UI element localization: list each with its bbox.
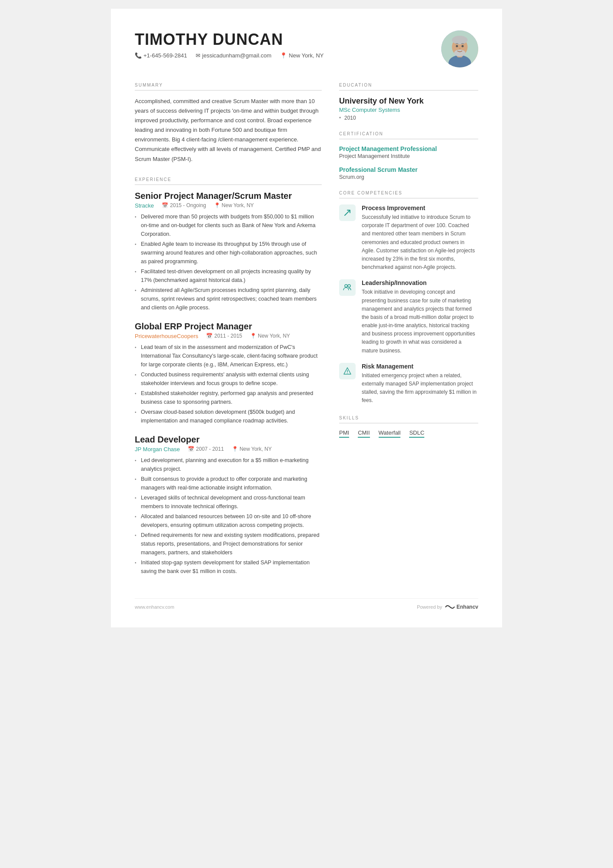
phone-icon: 📞	[135, 52, 142, 59]
degree-name: MSc Computer Systems	[339, 107, 478, 113]
education-divider	[339, 90, 478, 90]
location-0: 📍 New York, NY	[214, 202, 254, 208]
bullet-1-1: Conducted business requirements' analysi…	[135, 370, 322, 388]
pin-icon-1: 📍	[250, 333, 257, 339]
svg-point-4	[452, 36, 468, 44]
svg-point-9	[348, 285, 350, 287]
certification-section: CERTIFICATION Project Management Profess…	[339, 131, 478, 180]
svg-point-12	[347, 373, 348, 374]
leadership-icon	[339, 279, 356, 296]
job-block-2: Lead Developer JP Morgan Chase 📅 2007 - …	[135, 435, 322, 576]
phone-item: 📞 +1-645-569-2841	[135, 52, 187, 59]
company-1: PricewaterhouseCoopers	[135, 333, 198, 339]
location-text: New York, NY	[289, 52, 323, 59]
competency-desc-2: Initiated emergency project when a relat…	[362, 372, 478, 405]
skills-label: SKILLS	[339, 416, 478, 420]
dates-1: 📅 2011 - 2015	[206, 333, 242, 339]
svg-point-8	[345, 285, 347, 287]
competencies-divider	[339, 198, 478, 198]
skill-1: CMII	[358, 429, 370, 438]
company-0: Stracke	[135, 202, 154, 209]
enhancv-logo: Enhancv	[445, 604, 478, 610]
competencies-section: CORE COMPETENCIES Process Improvement Su…	[339, 191, 478, 405]
location-icon: 📍	[280, 52, 287, 59]
footer: www.enhancv.com Powered by Enhancv	[135, 598, 478, 610]
bullet-2-0: Led development, planning and execution …	[135, 456, 322, 473]
competency-2: Risk Management Initiated emergency proj…	[339, 363, 478, 405]
bullet-2-5: Initiated stop-gap system development fo…	[135, 558, 322, 576]
skills-section: SKILLS PMI CMII Waterfall SDLC	[339, 416, 478, 438]
experience-divider	[135, 184, 322, 185]
competencies-label: CORE COMPETENCIES	[339, 191, 478, 195]
skills-row: PMI CMII Waterfall SDLC	[339, 429, 478, 438]
job-block-1: Global ERP Project Manager Pricewaterhou…	[135, 322, 322, 425]
brand-name: Enhancv	[456, 604, 478, 610]
location-2: 📍 New York, NY	[232, 446, 272, 452]
avatar	[441, 30, 478, 67]
bullet-0-1: Enabled Agile team to increase its throu…	[135, 240, 322, 266]
pin-icon-2: 📍	[232, 446, 238, 452]
cert-block-1: Professional Scrum Master Scrum.org	[339, 166, 478, 180]
resume-page: TIMOTHY DUNCAN 📞 +1-645-569-2841 ✉ jessi…	[111, 9, 502, 627]
experience-label: EXPERIENCE	[135, 177, 322, 182]
bullet-1-3: Oversaw cloud-based solution development…	[135, 408, 322, 425]
contact-line: 📞 +1-645-569-2841 ✉ jessicadunham@gmail.…	[135, 52, 323, 59]
skill-0: PMI	[339, 429, 349, 438]
process-icon	[339, 204, 356, 221]
bullet-2-1: Built consensus to provide a product to …	[135, 475, 322, 492]
location-1: 📍 New York, NY	[250, 333, 290, 339]
cert-block-0: Project Management Professional Project …	[339, 145, 478, 159]
right-column: EDUCATION University of New York MSc Com…	[339, 83, 478, 585]
header: TIMOTHY DUNCAN 📞 +1-645-569-2841 ✉ jessi…	[135, 30, 478, 67]
cert-title-1: Professional Scrum Master	[339, 166, 478, 173]
bullets-0: Delivered more than 50 projects with bud…	[135, 212, 322, 312]
cert-issuer-1: Scrum.org	[339, 174, 478, 180]
cert-issuer-0: Project Management Institute	[339, 153, 478, 159]
job-meta-0: Stracke 📅 2015 - Ongoing 📍 New York, NY	[135, 202, 322, 209]
university-name: University of New York	[339, 97, 478, 106]
certification-divider	[339, 139, 478, 139]
summary-text: Accomplished, committed and creative Scr…	[135, 97, 322, 164]
job-meta-1: PricewaterhouseCoopers 📅 2011 - 2015 📍 N…	[135, 333, 322, 339]
competency-1: Leadership/Innovation Took initiative in…	[339, 279, 478, 355]
email-item: ✉ jessicadunham@gmail.com	[196, 52, 271, 59]
dates-2: 📅 2007 - 2011	[188, 446, 224, 452]
location-item: 📍 New York, NY	[280, 52, 323, 59]
summary-section: SUMMARY Accomplished, committed and crea…	[135, 83, 322, 164]
job-block-0: Senior Project Manager/Scrum Master Stra…	[135, 191, 322, 312]
footer-brand: Powered by Enhancv	[417, 604, 478, 610]
certification-label: CERTIFICATION	[339, 131, 478, 136]
two-col-layout: SUMMARY Accomplished, committed and crea…	[135, 83, 478, 585]
bullets-1: Lead team of six in the assessment and m…	[135, 343, 322, 425]
calendar-icon-2: 📅	[188, 446, 194, 452]
bullets-2: Led development, planning and execution …	[135, 456, 322, 576]
dates-0: 📅 2015 - Ongoing	[162, 202, 206, 208]
competency-desc-0: Successfully led initiative to introduce…	[362, 213, 478, 271]
competency-desc-1: Took initiative in developing concept an…	[362, 288, 478, 355]
calendar-icon-0: 📅	[162, 202, 168, 208]
education-label: EDUCATION	[339, 83, 478, 87]
risk-icon	[339, 363, 356, 379]
skill-2: Waterfall	[379, 429, 401, 438]
calendar-icon-1: 📅	[206, 333, 213, 339]
skill-3: SDLC	[409, 429, 424, 438]
cert-title-0: Project Management Professional	[339, 145, 478, 152]
job-title-2: Lead Developer	[135, 435, 322, 445]
skills-divider	[339, 423, 478, 423]
bullet-2-3: Allocated and balanced resources between…	[135, 512, 322, 530]
education-section: EDUCATION University of New York MSc Com…	[339, 83, 478, 121]
candidate-name: TIMOTHY DUNCAN	[135, 30, 323, 49]
competency-content-0: Process Improvement Successfully led ini…	[362, 204, 478, 271]
job-title-1: Global ERP Project Manager	[135, 322, 322, 332]
left-column: SUMMARY Accomplished, committed and crea…	[135, 83, 322, 585]
bullet-2-4: Defined requirements for new and existin…	[135, 531, 322, 557]
summary-label: SUMMARY	[135, 83, 322, 87]
bullet-2-2: Leveraged skills of technical developmen…	[135, 493, 322, 511]
competency-title-1: Leadership/Innovation	[362, 279, 478, 286]
competency-title-2: Risk Management	[362, 363, 478, 370]
bullet-0-3: Administered all Agile/Scrum processes i…	[135, 286, 322, 312]
footer-url: www.enhancv.com	[135, 604, 174, 610]
competency-0: Process Improvement Successfully led ini…	[339, 204, 478, 271]
bullet-1-2: Established stakeholder registry, perfor…	[135, 389, 322, 406]
graduation-year: 2010	[339, 115, 478, 121]
